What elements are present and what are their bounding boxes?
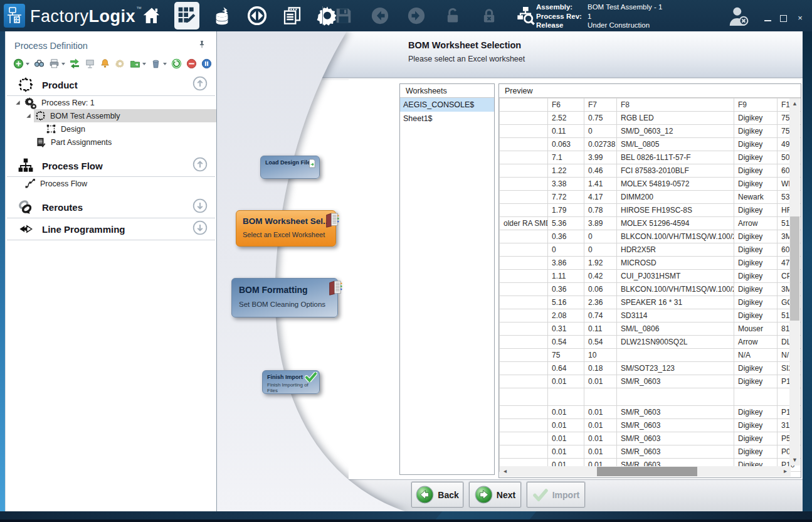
up-circle-icon[interactable] [192,76,208,93]
column-header[interactable] [500,99,548,112]
table-row[interactable]: 7.13.99BEL 0826-1L1T-57-FDigikey507 [500,151,802,164]
column-header[interactable]: F8 [617,99,734,112]
preview-vertical-scrollbar[interactable]: ▲ ▼ [789,99,800,466]
import-button: Import [527,482,585,508]
home-icon[interactable] [139,2,164,29]
wizard-step-bom-worksheet-sel[interactable]: BOM Worksheet Sel...Select an Excel Work… [236,210,336,247]
preview-horizontal-scrollbar[interactable]: ◂ ▸ [500,466,791,477]
table-row[interactable]: 0.640.18SM/SOT23_123DigikeySI2 [500,362,802,375]
dropdown-caret-icon[interactable] [142,63,146,65]
factorylogix-logo-text: FactoryLogix™ [30,6,142,26]
horizontal-scroll-thumb[interactable] [597,467,697,476]
gear-muted-icon[interactable] [115,58,125,69]
table-row[interactable]: 0.010.01SM/R_0603DigikeyP0. [500,445,802,459]
process-rev-label: Process Rev: [536,12,588,21]
table-row[interactable]: 1.790.78HIROSE FH19SC-8SDigikeyHF [500,204,802,217]
table-row[interactable]: 0.010.01SM/R_0603DigikeyP15 [500,406,802,419]
cell: Digikey [734,362,778,375]
refresh-icon[interactable] [171,58,182,69]
table-row[interactable] [500,388,802,406]
import-check-icon [532,489,549,501]
process-definition-icon[interactable] [174,2,199,29]
table-row[interactable]: 0.110SM/D_0603_12Digikey754 [500,125,802,138]
table-row[interactable]: 7510N/AN/ [500,349,802,362]
table-row[interactable]: 0.360BLKCON.100/VH/TM1SQ/W.100/2Digikey3… [500,230,802,243]
dropdown-caret-icon[interactable] [26,63,29,65]
exchange-icon[interactable] [70,58,80,69]
vertical-scroll-thumb[interactable] [790,216,799,321]
table-row[interactable]: 2.520.75RGB LEDDigikey754 [500,112,802,125]
table-row[interactable]: 7.724.17DIMM200Newark53B [500,191,802,204]
table-row[interactable]: 1.220.46FCI 87583-2010BLFDigikey609 [500,164,802,178]
pause-icon[interactable] [201,58,212,69]
transfer-icon[interactable] [245,2,270,29]
column-header[interactable]: F6 [548,99,584,112]
cell [500,230,548,243]
table-row[interactable]: 0.310.11SM/L_0806Mouser81- [500,322,802,336]
next-button[interactable]: Next [469,482,521,508]
down-circle-icon[interactable] [192,220,208,238]
tree-item-bom-test-assembly[interactable]: BOM Test Assembly [6,109,216,122]
add-icon[interactable] [13,58,29,69]
minimize-icon[interactable] [764,16,771,21]
down-circle-icon[interactable] [192,198,208,216]
scroll-right-icon[interactable]: ▸ [780,466,791,477]
scroll-up-icon[interactable]: ▲ [789,99,800,109]
table-row[interactable]: 0.360.06BLKCON.100/VH/TM1SQ/W.100/2Digik… [500,283,802,296]
column-header[interactable]: F9 [734,99,778,112]
table-row[interactable]: 0.010.01SM/R_0603DigikeyP51 [500,432,802,445]
section-process-flow[interactable]: Process Flow [6,155,216,176]
database-import-icon[interactable] [209,2,235,29]
dropdown-caret-icon[interactable] [163,63,167,65]
user-account-icon[interactable] [727,5,750,28]
flow-search-icon[interactable] [513,2,538,29]
bell-icon[interactable] [100,58,110,69]
cell [500,204,548,217]
worksheet-item-sheet1[interactable]: Sheet1$ [400,112,494,125]
table-row[interactable]: 1.110.42CUI_PJ031HSMTDigikeyCP [500,270,802,283]
section-reroutes[interactable]: Reroutes [6,196,216,218]
tree-item-process-rev-1[interactable]: Process Rev: 1 [6,96,216,109]
table-row[interactable]: 0.010.01SM/R_0603Digikey311 [500,419,802,432]
reports-icon[interactable] [280,2,305,29]
table-row[interactable]: 00HDR2X5RDigikey609 [500,243,802,257]
presenter-icon[interactable] [85,58,95,69]
share-folder-icon[interactable] [130,58,146,69]
column-header[interactable]: F7 [584,99,617,112]
dropdown-caret-icon[interactable] [61,63,65,65]
cell: FCI 87583-2010BLF [617,164,734,178]
print-icon[interactable] [49,58,65,69]
worksheet-item-aegis-console[interactable]: AEGIS_CONSOLE$ [400,98,494,112]
scroll-left-icon[interactable]: ◂ [500,466,510,477]
wizard-step-finish-import[interactable]: Finish ImportFinish Importing of Files [262,370,320,394]
wizard-step-load-design-files[interactable]: Load Design Files [260,156,320,179]
tree-item-part-assignments[interactable]: Part Assignments [6,136,216,149]
expander-icon[interactable] [14,100,21,105]
table-row[interactable]: 0.010.01SM/R_0603DigikeyP10 [500,375,802,388]
pin-icon[interactable] [198,40,206,52]
tree-item-body: Design [45,122,216,136]
maximize-icon[interactable] [780,15,787,22]
up-circle-icon[interactable] [192,157,208,174]
table-row[interactable]: 0.540.54DLW21SN900SQ2LArrowDL [500,336,802,349]
wizard-step-bom-formatting[interactable]: BOM FormattingSet BOM Cleaning Options [231,278,338,317]
table-row[interactable]: 2.080.74SD3114Digikey513 [500,309,802,322]
section-product[interactable]: Product [6,74,216,95]
table-row[interactable]: 3.381.41MOLEX 54819-0572DigikeyWM [500,178,802,191]
unlock-icon [440,2,465,29]
table-row[interactable]: 3.861.92MICROSDDigikey478 [500,257,802,270]
tree-item-design[interactable]: Design [6,122,216,136]
tree-item-process-flow[interactable]: Process Flow [6,177,216,190]
section-line-programming[interactable]: Line Programming [6,218,216,240]
close-icon[interactable]: × [796,14,804,23]
find-binoculars-icon[interactable] [34,58,45,69]
table-row[interactable]: 5.162.36SPEAKER 16 * 31DigikeyGC [500,296,802,309]
table-row[interactable]: older RA SMD5.363.89MOLEX 51296-4594Arro… [500,217,802,230]
delete-bucket-icon[interactable] [150,58,167,69]
table-row[interactable]: 0.0630.02738SM/L_0805Digikey490 [500,138,802,151]
bom-book-icon [324,212,340,230]
scroll-down-icon[interactable]: ▼ [789,455,800,466]
stop-icon[interactable] [186,58,197,69]
expander-icon[interactable] [25,113,31,119]
back-button[interactable]: Back [411,482,463,508]
